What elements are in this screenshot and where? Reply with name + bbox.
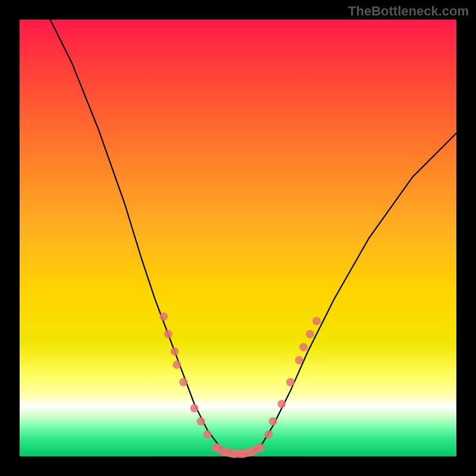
data-point	[299, 343, 308, 352]
data-point	[269, 417, 277, 425]
chart-container: TheBottleneck.com	[0, 0, 476, 476]
data-point	[159, 312, 168, 321]
data-point	[171, 347, 179, 356]
plot-background	[20, 20, 456, 456]
watermark-text: TheBottleneck.com	[348, 4, 469, 19]
data-point	[190, 404, 199, 412]
data-point	[264, 430, 273, 439]
data-point	[277, 400, 286, 408]
data-point	[164, 330, 173, 339]
data-point	[295, 356, 303, 365]
data-point	[179, 378, 187, 386]
data-point	[197, 417, 205, 425]
data-point	[286, 378, 295, 386]
data-point	[312, 317, 321, 325]
chart-svg	[0, 0, 476, 476]
data-point	[306, 330, 314, 339]
data-point	[203, 430, 212, 439]
data-point	[173, 361, 181, 369]
